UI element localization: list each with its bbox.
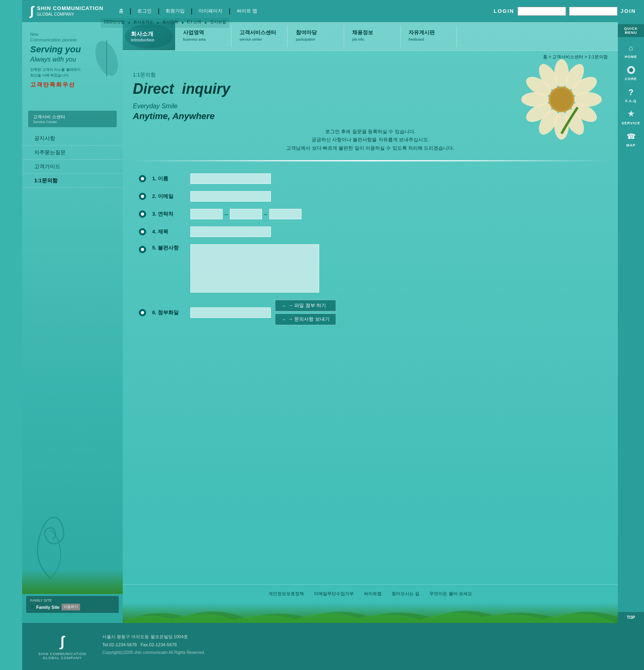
- submit-button[interactable]: → → 문의사항 보내기: [275, 313, 336, 325]
- service-header-kr: 고객서비 스센터: [33, 114, 112, 120]
- form-input-name[interactable]: [190, 173, 271, 184]
- grass-footer: [123, 603, 618, 623]
- nav-sep4: |: [229, 8, 230, 15]
- footer-link-email-protection[interactable]: 이메일무단수집거부: [314, 591, 354, 597]
- phone-dash-1: –: [225, 211, 228, 217]
- family-site-arrow-icon: ▼: [30, 605, 34, 609]
- quick-menu-map[interactable]: ☎ MAP: [620, 128, 642, 150]
- sidebar-tagline: New: [30, 32, 115, 37]
- form-phone-area[interactable]: [190, 209, 223, 219]
- join-label: JOIN: [621, 8, 636, 14]
- grass-svg: [123, 603, 618, 623]
- family-site-selector[interactable]: ▼ Family Site 이동하기: [30, 604, 115, 610]
- form-area: 1. 이름 2. 이메일 3. 연락처: [123, 165, 618, 584]
- nav-mypage[interactable]: 마이페이지: [198, 8, 223, 15]
- nav-sep3: |: [191, 8, 192, 15]
- form-phone-group: – –: [190, 209, 301, 219]
- logo-text: SHIN COMMUNICATION GLOBAL COMPANY: [37, 5, 103, 17]
- family-site-label: FAMILY SITE: [30, 598, 115, 602]
- bottom-logo-text: SHIN COMMUNICATION GLOBAL COMPANY: [38, 652, 86, 660]
- nav-sep2: |: [158, 8, 159, 15]
- footer-link-privacy[interactable]: 개인정보보호정책: [268, 591, 304, 597]
- subnav-history[interactable]: 회사연혁: [162, 19, 178, 27]
- nav-section-service: 고객서비스센터 service center: [231, 26, 288, 47]
- subnav-ceo[interactable]: CEO인삿말: [104, 19, 125, 27]
- form-file-group: → → 파일 첨부 하기 → → 문의사항 보내기: [190, 300, 336, 325]
- form-bullet-5: [139, 246, 146, 253]
- login-id-input[interactable]: [518, 7, 566, 16]
- nav-section-participation: 참여마당 participation: [288, 26, 344, 47]
- form-input-title[interactable]: [190, 227, 271, 237]
- form-phone-last[interactable]: [269, 209, 301, 219]
- nav-intro-kr: 회사소개: [131, 31, 167, 38]
- page-desc: 로그인 후에 질문을 등록하실 수 있습니다. 궁금하신 사항이나 불편사항을 …: [270, 128, 471, 152]
- nav-home[interactable]: 홈: [119, 8, 124, 15]
- form-input-email[interactable]: [190, 191, 271, 202]
- sidebar-item-inquiry[interactable]: 1:1문의함: [22, 174, 123, 188]
- sidebar-item-guide[interactable]: 고객가이드: [22, 160, 123, 174]
- login-area: LOGIN JOIN: [493, 7, 636, 16]
- quick-menu-header: QUICKMENU: [618, 24, 644, 37]
- form-row-email: 2. 이메일: [139, 191, 602, 202]
- nav-section-freeboard: 자유게시판 freeboard: [400, 26, 457, 47]
- form-label-phone: 3. 연락처: [152, 210, 184, 218]
- top-nav: 홈 | 로그인 | 회원가입 | 마이페이지 | 싸이트 맵: [119, 8, 485, 15]
- nav-sitemap[interactable]: 싸이트 맵: [237, 8, 257, 15]
- quick-menu-home[interactable]: ⌂ HOME: [620, 40, 642, 61]
- subnav-org[interactable]: 회사조직도: [133, 19, 153, 27]
- arrow-right-icon: →: [281, 303, 286, 309]
- sidebar-grass: [22, 570, 123, 594]
- footer-link-directions[interactable]: 찾아오시는 길: [392, 591, 419, 597]
- svg-point-18: [629, 68, 633, 72]
- file-attach-button[interactable]: → → 파일 첨부 하기: [275, 300, 336, 311]
- form-label-name: 1. 이름: [152, 175, 184, 182]
- family-site-area: FAMILY SITE ▼ Family Site 이동하기: [26, 596, 119, 613]
- nav-section-business: 사업영역 business area: [175, 26, 231, 47]
- family-site-go-button[interactable]: 이동하기: [62, 604, 80, 610]
- nav-register[interactable]: 회원가입: [165, 8, 185, 15]
- sidebar-slogan: 고객만족최우선: [30, 81, 115, 89]
- footer-links: 개인정보보호정책 이메일무단수집거부 싸이트맵 찾아오시는 길 무엇이든 물어 …: [123, 584, 618, 603]
- service-icon: [625, 109, 637, 120]
- form-label-file: 6. 첨부화일: [152, 309, 184, 316]
- form-file-input[interactable]: [190, 307, 271, 318]
- quick-menu-core[interactable]: CORE: [620, 62, 642, 83]
- inquiry-title-part1: Direct: [133, 80, 174, 97]
- top-button[interactable]: TOP: [618, 612, 644, 623]
- bottom-address: 서울시 왕동구 여의도동 팔조은빌딩 1004호: [102, 633, 628, 641]
- map-icon: ☎: [625, 131, 637, 142]
- bottom-logo: ∫ SHIN COMMUNICATION GLOBAL COMPANY: [38, 633, 86, 660]
- footer-link-sitemap[interactable]: 싸이트맵: [364, 591, 382, 597]
- flower-svg: [517, 55, 606, 144]
- form-phone-mid[interactable]: [230, 209, 262, 219]
- form-label-complaint: 5. 불편사항: [152, 244, 184, 252]
- sidebar-item-faq[interactable]: 자주묻는질문: [22, 146, 123, 160]
- nav-login[interactable]: 로그인: [137, 8, 152, 15]
- form-row-name: 1. 이름: [139, 173, 602, 184]
- sidebar: New Communication pioneer Serving you Al…: [22, 22, 123, 623]
- quick-menu-faq[interactable]: ? F.A.Q: [620, 84, 642, 105]
- service-header-en: Service Center: [33, 120, 112, 124]
- form-row-complaint: 5. 불편사항: [139, 244, 602, 293]
- footer-link-contact[interactable]: 무엇이든 물어 보세요: [429, 591, 472, 597]
- subnav-directions[interactable]: 오시는길: [210, 19, 226, 27]
- inquiry-title: Direct inquiry: [133, 80, 230, 97]
- quick-menu-service[interactable]: SERVICE: [620, 106, 642, 128]
- subnav-ci[interactable]: C.I 소개: [187, 19, 202, 27]
- form-bullet-4: [139, 228, 146, 235]
- sidebar-item-notice[interactable]: 공지사항: [22, 132, 123, 146]
- login-label: LOGIN: [493, 8, 514, 14]
- quick-menu: QUICKMENU ⌂ HOME CORE ?: [618, 22, 644, 623]
- form-bullet-3: [139, 210, 146, 218]
- content-layout: New Communication pioneer Serving you Al…: [22, 22, 644, 623]
- form-row-title: 4. 제목: [139, 227, 602, 237]
- form-bullet-1: [139, 175, 146, 182]
- login-pw-input[interactable]: [569, 7, 617, 16]
- flower-container: [517, 55, 606, 145]
- nav-section-jobs: 채용정보 job info.: [344, 26, 400, 47]
- page-header: 1:1문의함 Direct inquiry Everyday Smile Any…: [123, 63, 618, 156]
- form-textarea-complaint[interactable]: [190, 244, 319, 293]
- sidebar-hero: New Communication pioneer Serving you Al…: [22, 22, 123, 111]
- quick-home-label: HOME: [625, 55, 637, 59]
- divider-line: [133, 160, 608, 161]
